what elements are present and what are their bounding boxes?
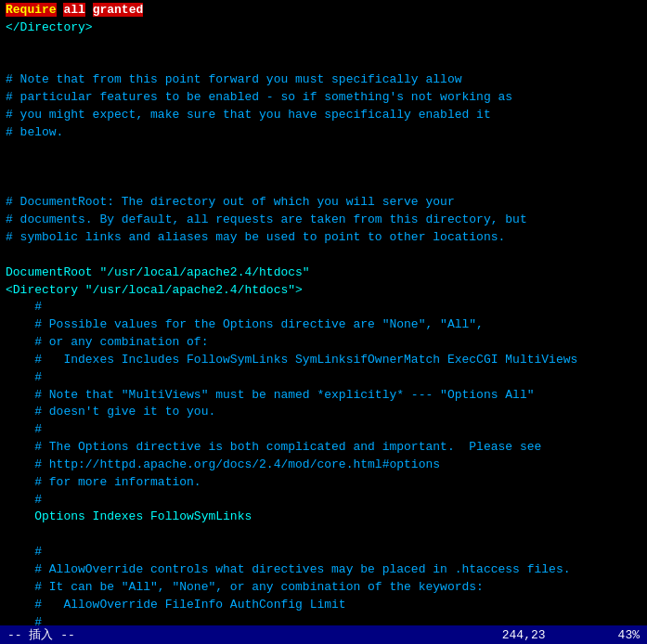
all-keyword: all — [63, 3, 84, 17]
line-options-comment-3: # or any combination of: — [6, 334, 641, 352]
line-options-comment-11: # for more information. — [6, 474, 641, 492]
line-documentroot: DocumentRoot "/usr/local/apache2.4/htdoc… — [6, 264, 641, 282]
editor-content: Require all granted </Directory> # Note … — [0, 0, 647, 625]
line-options-comment-9: # The Options directive is both complica… — [6, 439, 641, 457]
line-empty-3 — [6, 142, 641, 160]
line-empty-4 — [6, 160, 641, 177]
line-options-comment-12: # — [6, 492, 641, 509]
line-options-comment-2: # Possible values for the Options direct… — [6, 316, 641, 334]
line-comment-2: # particular features to be enabled - so… — [6, 89, 641, 107]
line-comment-4: # below. — [6, 124, 641, 142]
line-empty-6 — [6, 247, 641, 264]
line-options-comment-4: # Indexes Includes FollowSymLinks SymLin… — [6, 352, 641, 369]
line-directory-close: </Directory> — [6, 19, 641, 37]
line-allowoverride-comment-1: # — [6, 544, 641, 561]
line-allowoverride-comment-4: # AllowOverride FileInfo AuthConfig Limi… — [6, 597, 641, 614]
line-allowoverride-comment-5: # — [6, 614, 641, 625]
line-options-comment-10: # http://httpd.apache.org/docs/2.4/mod/c… — [6, 457, 641, 474]
line-options-comment-6: # Note that "MultiViews" must be named *… — [6, 387, 641, 405]
percent-display: 43% — [618, 628, 640, 642]
line-options-comment-7: # doesn't give it to you. — [6, 404, 641, 421]
position-display: 244,23 — [502, 628, 546, 642]
line-options-comment-8: # — [6, 421, 641, 439]
line-comment-docroot-1: # DocumentRoot: The directory out of whi… — [6, 194, 641, 212]
line-comment-3: # you might expect, make sure that you h… — [6, 107, 641, 124]
granted-keyword: granted — [93, 3, 144, 17]
line-options-comment-1: # — [6, 299, 641, 316]
status-bar: -- 插入 -- 244,23 43% — [0, 625, 647, 644]
line-directory-open: <Directory "/usr/local/apache2.4/htdocs"… — [6, 282, 641, 300]
line-empty-2 — [6, 55, 641, 72]
line-allowoverride-comment-3: # It can be "All", "None", or any combin… — [6, 579, 641, 597]
line-options-comment-5: # — [6, 369, 641, 387]
line-empty-5 — [6, 176, 641, 194]
line-comment-docroot-3: # symbolic links and aliases may be used… — [6, 229, 641, 247]
line-comment-docroot-2: # documents. By default, all requests ar… — [6, 212, 641, 229]
cursor-position: 244,23 43% — [502, 628, 640, 642]
line-empty-7 — [6, 526, 641, 544]
line-comment-1: # Note that from this point forward you … — [6, 71, 641, 89]
line-allowoverride-comment-2: # AllowOverride controls what directives… — [6, 561, 641, 579]
editor-mode: -- 插入 -- — [7, 626, 75, 643]
line-empty-1 — [6, 37, 641, 55]
line-options-directive: Options Indexes FollowSymLinks — [6, 509, 641, 526]
require-keyword: Require — [6, 3, 57, 17]
vim-editor: Require all granted </Directory> # Note … — [0, 0, 647, 644]
line-require-granted: Require all granted — [6, 2, 641, 19]
